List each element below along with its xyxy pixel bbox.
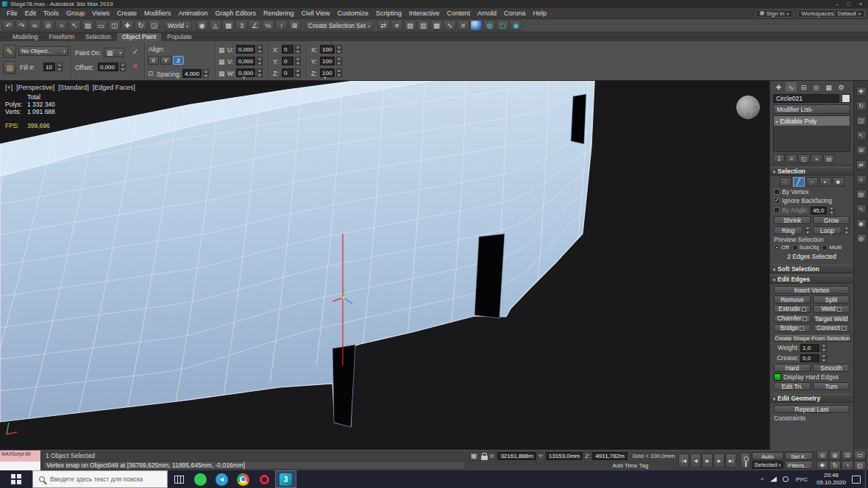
rollout-edit-geometry-header[interactable]: Edit Geometry	[770, 394, 853, 403]
create-shape-button[interactable]: Create Shape From Selection	[774, 334, 851, 342]
orbit-icon[interactable]: ↻	[829, 461, 841, 470]
show-desktop-button[interactable]	[865, 470, 868, 488]
modifier-stack[interactable]: Editable Poly	[773, 115, 850, 152]
set-keys-button[interactable]	[740, 453, 750, 469]
scale-y-field[interactable]: 100	[320, 57, 335, 65]
extrude-button[interactable]: Extrude	[774, 305, 811, 313]
select-by-name-icon[interactable]: ▤	[82, 20, 94, 31]
play-animation-button[interactable]: ▶	[702, 453, 713, 468]
rendered-frame-window-icon[interactable]: ▢	[497, 20, 509, 31]
opera-icon[interactable]	[254, 470, 275, 488]
tab-selection[interactable]: Selection	[80, 33, 116, 41]
hard-edge-color-swatch[interactable]	[774, 373, 781, 381]
menu-item[interactable]: Rendering	[260, 10, 298, 17]
w-stepper[interactable]	[257, 68, 263, 77]
cancel-paint-icon[interactable]	[129, 60, 142, 73]
panel-expand-icon[interactable]	[324, 73, 327, 81]
curve-editor-icon[interactable]: ∿	[444, 20, 456, 31]
3d-mesh-canvas[interactable]	[0, 81, 769, 450]
reference-coordinate-dropdown[interactable]: World	[164, 21, 192, 31]
sign-in-button[interactable]: Sign In	[755, 10, 794, 18]
menu-item[interactable]: Tools	[40, 10, 63, 17]
window-crossing-icon[interactable]: ◫	[108, 20, 121, 31]
maxscript-mini-listener[interactable]: MAXScript Mi	[0, 451, 41, 470]
dock-material-icon[interactable]: ◉	[856, 219, 867, 229]
u-stepper[interactable]	[257, 45, 263, 54]
spinner-snap-icon[interactable]: ↕	[275, 20, 288, 31]
menu-item[interactable]: Graph Editors	[211, 10, 260, 17]
maximize-button[interactable]: □	[844, 1, 854, 7]
repeat-last-button[interactable]: Repeat Last	[774, 405, 850, 413]
dock-layers-icon[interactable]: ▤	[856, 190, 867, 199]
snap-toggle-icon[interactable]: 3	[235, 20, 248, 31]
render-production-icon[interactable]: ◉	[510, 20, 522, 31]
task-view-button[interactable]	[168, 470, 190, 488]
w-spacing-field[interactable]: 0,000	[236, 68, 255, 77]
utilities-tab-icon[interactable]: ⚙	[836, 82, 847, 92]
fill-count-stepper[interactable]	[57, 62, 63, 71]
rollout-edit-edges-header[interactable]: Edit Edges	[770, 275, 853, 284]
x-coordinate-display[interactable]: 32161,888m	[497, 452, 536, 460]
menu-item[interactable]: Edit	[21, 10, 40, 17]
align-z-button[interactable]: Z	[173, 56, 184, 65]
smooth-button[interactable]: Smooth	[813, 364, 850, 372]
close-button[interactable]: ×	[855, 1, 866, 7]
workspaces-dropdown[interactable]: Workspaces: Default	[797, 10, 865, 18]
loop-button[interactable]: Loop	[813, 226, 842, 234]
tray-volume-icon[interactable]	[783, 476, 789, 482]
start-button[interactable]	[0, 470, 32, 488]
undo-icon[interactable]: ↶	[2, 20, 15, 31]
zoom-all-icon[interactable]: ◍	[829, 451, 841, 460]
x-rotation-field[interactable]: 0	[282, 45, 294, 54]
motion-tab-icon[interactable]: ◎	[811, 82, 822, 92]
tab-object-paint[interactable]: Object Paint	[117, 33, 161, 41]
toggle-ribbon-icon[interactable]: ▦	[430, 20, 443, 31]
z-coordinate-display[interactable]: 4911,782m	[592, 452, 627, 460]
mirror-icon[interactable]: ⇄	[377, 20, 390, 31]
make-unique-icon[interactable]: ◱	[798, 154, 810, 163]
polygon-mode-icon[interactable]: ▪	[819, 177, 831, 187]
tab-freeform[interactable]: Freeform	[44, 33, 79, 41]
menu-item[interactable]: Content	[443, 10, 474, 17]
select-and-rotate-icon[interactable]: ↻	[135, 20, 147, 31]
menu-item[interactable]: Scripting	[372, 10, 405, 17]
z-rotation-field[interactable]: 0	[282, 68, 294, 77]
loop-stepper[interactable]	[844, 226, 850, 234]
align-icon[interactable]: ≡	[391, 20, 403, 31]
weight-stepper[interactable]	[821, 343, 827, 352]
perspective-viewport[interactable]: [+] [Perspective] [Standard] [Edged Face…	[0, 81, 769, 450]
set-key-button[interactable]: Set K.	[785, 452, 813, 460]
hierarchy-tab-icon[interactable]: ⊟	[798, 82, 809, 92]
weight-field[interactable]: 1,0	[800, 344, 819, 352]
angle-snap-icon[interactable]: ∠	[249, 20, 261, 31]
menu-item[interactable]: Modifiers	[140, 10, 175, 17]
weld-button[interactable]: Weld	[813, 305, 850, 313]
panel-expand-icon[interactable]	[177, 73, 179, 81]
dock-select-icon[interactable]: ↖	[856, 131, 867, 140]
viewport-style-menu[interactable]: [Standard]	[58, 84, 89, 91]
ignore-backfacing-checkbox[interactable]: Ignore Backfacing	[774, 197, 850, 204]
offset-stepper[interactable]	[120, 62, 126, 71]
menu-item[interactable]: Help	[530, 10, 551, 17]
rollout-soft-selection-header[interactable]: Soft Selection	[770, 265, 853, 273]
preview-off-radio[interactable]: Off	[774, 244, 789, 251]
spacing-lock-icon[interactable]	[148, 70, 154, 77]
v-stepper[interactable]	[257, 57, 263, 65]
selection-lock-icon[interactable]	[481, 456, 488, 460]
3ds-max-taskbar-icon[interactable]: 3	[275, 470, 296, 488]
create-tab-icon[interactable]: ✚	[773, 82, 784, 92]
y-coordinate-display[interactable]: 13153,0mm	[546, 452, 583, 460]
field-of-view-icon[interactable]: ◔	[842, 461, 853, 470]
dock-rotate-icon[interactable]: ↻	[856, 101, 867, 111]
extrude-settings-icon[interactable]	[802, 307, 806, 312]
selection-region-icon[interactable]: ▭	[95, 20, 107, 31]
menu-item[interactable]: File	[3, 10, 21, 17]
dock-render-icon[interactable]: ◍	[856, 234, 867, 243]
show-end-result-icon[interactable]: ≡	[786, 154, 797, 163]
fill-count-field[interactable]: 10	[43, 62, 55, 71]
viewport-pov-menu[interactable]: [Perspective]	[16, 84, 54, 91]
turn-button[interactable]: Turn	[813, 382, 850, 390]
edge-mode-icon[interactable]: ╱	[793, 177, 805, 187]
unlink-selection-icon[interactable]: ⊘	[42, 20, 54, 31]
x-stepper[interactable]	[295, 45, 301, 54]
